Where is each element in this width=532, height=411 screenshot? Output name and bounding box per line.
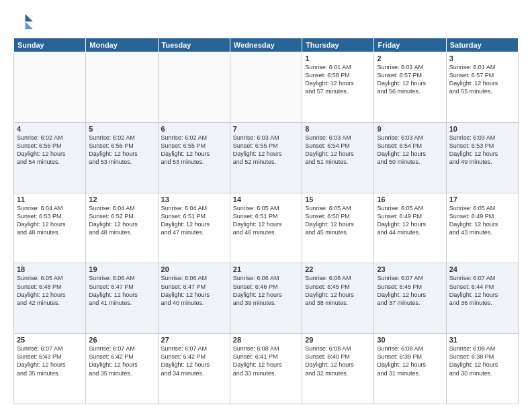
calendar-cell: 17Sunrise: 6:05 AMSunset: 6:49 PMDayligh…	[446, 193, 518, 263]
day-info: Sunrise: 6:05 AMSunset: 6:51 PMDaylight:…	[233, 204, 299, 237]
calendar-cell: 22Sunrise: 6:06 AMSunset: 6:45 PMDayligh…	[302, 263, 374, 334]
day-number: 12	[89, 195, 154, 203]
day-info: Sunrise: 6:03 AMSunset: 6:55 PMDaylight:…	[233, 134, 299, 167]
calendar-cell: 28Sunrise: 6:08 AMSunset: 6:41 PMDayligh…	[230, 334, 302, 404]
calendar-day-header: Saturday	[446, 38, 518, 52]
logo	[13, 11, 38, 32]
day-number: 18	[17, 265, 83, 273]
calendar-day-header: Monday	[86, 38, 158, 52]
calendar-week-row: 1Sunrise: 6:01 AMSunset: 6:58 PMDaylight…	[14, 52, 519, 123]
day-number: 2	[377, 54, 443, 62]
day-info: Sunrise: 6:07 AMSunset: 6:42 PMDaylight:…	[161, 345, 227, 377]
calendar-cell: 10Sunrise: 6:03 AMSunset: 6:53 PMDayligh…	[446, 122, 518, 193]
day-number: 1	[305, 54, 371, 62]
calendar-cell: 15Sunrise: 6:05 AMSunset: 6:50 PMDayligh…	[302, 193, 374, 263]
calendar-cell: 13Sunrise: 6:04 AMSunset: 6:51 PMDayligh…	[158, 193, 230, 263]
calendar-cell: 4Sunrise: 6:02 AMSunset: 6:56 PMDaylight…	[14, 122, 86, 193]
calendar-cell: 5Sunrise: 6:02 AMSunset: 6:56 PMDaylight…	[86, 122, 158, 193]
day-number: 16	[377, 195, 443, 203]
calendar-day-header: Wednesday	[230, 38, 302, 52]
calendar-week-row: 11Sunrise: 6:04 AMSunset: 6:53 PMDayligh…	[14, 193, 519, 263]
day-info: Sunrise: 6:08 AMSunset: 6:41 PMDaylight:…	[233, 345, 299, 377]
day-info: Sunrise: 6:01 AMSunset: 6:57 PMDaylight:…	[449, 63, 515, 96]
calendar-cell: 14Sunrise: 6:05 AMSunset: 6:51 PMDayligh…	[230, 193, 302, 263]
day-info: Sunrise: 6:05 AMSunset: 6:50 PMDaylight:…	[305, 204, 371, 237]
calendar-cell: 6Sunrise: 6:02 AMSunset: 6:55 PMDaylight…	[158, 122, 230, 193]
day-info: Sunrise: 6:06 AMSunset: 6:47 PMDaylight:…	[89, 274, 154, 307]
calendar-cell: 7Sunrise: 6:03 AMSunset: 6:55 PMDaylight…	[230, 122, 302, 193]
day-info: Sunrise: 6:04 AMSunset: 6:52 PMDaylight:…	[89, 204, 154, 237]
day-number: 25	[17, 336, 83, 344]
day-info: Sunrise: 6:08 AMSunset: 6:40 PMDaylight:…	[305, 345, 371, 377]
day-number: 28	[233, 336, 299, 344]
logo-icon	[13, 11, 35, 32]
calendar-cell: 11Sunrise: 6:04 AMSunset: 6:53 PMDayligh…	[14, 193, 86, 263]
page: SundayMondayTuesdayWednesdayThursdayFrid…	[0, 0, 532, 411]
day-info: Sunrise: 6:06 AMSunset: 6:46 PMDaylight:…	[233, 274, 299, 307]
day-number: 22	[305, 265, 371, 273]
day-number: 9	[377, 125, 443, 133]
day-number: 29	[305, 336, 371, 344]
day-info: Sunrise: 6:01 AMSunset: 6:57 PMDaylight:…	[377, 63, 443, 96]
calendar-cell: 24Sunrise: 6:07 AMSunset: 6:44 PMDayligh…	[446, 263, 518, 334]
calendar-cell: 30Sunrise: 6:08 AMSunset: 6:39 PMDayligh…	[374, 334, 446, 404]
day-info: Sunrise: 6:02 AMSunset: 6:56 PMDaylight:…	[17, 134, 83, 167]
calendar-cell: 31Sunrise: 6:08 AMSunset: 6:38 PMDayligh…	[446, 334, 518, 404]
calendar-cell: 29Sunrise: 6:08 AMSunset: 6:40 PMDayligh…	[302, 334, 374, 404]
day-number: 21	[233, 265, 299, 273]
day-info: Sunrise: 6:08 AMSunset: 6:39 PMDaylight:…	[377, 345, 443, 377]
svg-marker-1	[26, 21, 33, 29]
calendar-cell: 9Sunrise: 6:03 AMSunset: 6:54 PMDaylight…	[374, 122, 446, 193]
day-number: 7	[233, 125, 299, 133]
calendar-cell	[158, 52, 230, 123]
day-info: Sunrise: 6:04 AMSunset: 6:51 PMDaylight:…	[161, 204, 227, 237]
day-info: Sunrise: 6:02 AMSunset: 6:56 PMDaylight:…	[89, 134, 154, 167]
calendar-day-header: Friday	[374, 38, 446, 52]
day-number: 10	[449, 125, 515, 133]
calendar-cell: 16Sunrise: 6:05 AMSunset: 6:49 PMDayligh…	[374, 193, 446, 263]
calendar-cell: 19Sunrise: 6:06 AMSunset: 6:47 PMDayligh…	[86, 263, 158, 334]
day-number: 30	[377, 336, 443, 344]
day-number: 11	[17, 195, 83, 203]
calendar-cell: 25Sunrise: 6:07 AMSunset: 6:43 PMDayligh…	[14, 334, 86, 404]
day-number: 17	[449, 195, 515, 203]
day-info: Sunrise: 6:07 AMSunset: 6:45 PMDaylight:…	[377, 274, 443, 307]
day-number: 5	[89, 125, 154, 133]
day-number: 20	[161, 265, 227, 273]
calendar-cell: 18Sunrise: 6:05 AMSunset: 6:48 PMDayligh…	[14, 263, 86, 334]
calendar-cell: 26Sunrise: 6:07 AMSunset: 6:42 PMDayligh…	[86, 334, 158, 404]
calendar-cell	[14, 52, 86, 123]
day-info: Sunrise: 6:05 AMSunset: 6:49 PMDaylight:…	[377, 204, 443, 237]
day-info: Sunrise: 6:08 AMSunset: 6:38 PMDaylight:…	[449, 345, 515, 377]
day-number: 27	[161, 336, 227, 344]
day-info: Sunrise: 6:03 AMSunset: 6:54 PMDaylight:…	[377, 134, 443, 167]
calendar-cell: 8Sunrise: 6:03 AMSunset: 6:54 PMDaylight…	[302, 122, 374, 193]
day-info: Sunrise: 6:07 AMSunset: 6:44 PMDaylight:…	[449, 274, 515, 307]
day-number: 31	[449, 336, 515, 344]
day-info: Sunrise: 6:03 AMSunset: 6:53 PMDaylight:…	[449, 134, 515, 167]
calendar-week-row: 25Sunrise: 6:07 AMSunset: 6:43 PMDayligh…	[14, 334, 519, 404]
day-info: Sunrise: 6:03 AMSunset: 6:54 PMDaylight:…	[305, 134, 371, 167]
day-number: 8	[305, 125, 371, 133]
day-number: 23	[377, 265, 443, 273]
calendar-cell: 21Sunrise: 6:06 AMSunset: 6:46 PMDayligh…	[230, 263, 302, 334]
calendar-table: SundayMondayTuesdayWednesdayThursdayFrid…	[13, 38, 519, 404]
calendar-cell: 1Sunrise: 6:01 AMSunset: 6:58 PMDaylight…	[302, 52, 374, 123]
calendar-cell: 12Sunrise: 6:04 AMSunset: 6:52 PMDayligh…	[86, 193, 158, 263]
calendar-cell	[230, 52, 302, 123]
day-number: 15	[305, 195, 371, 203]
calendar-cell: 3Sunrise: 6:01 AMSunset: 6:57 PMDaylight…	[446, 52, 518, 123]
day-info: Sunrise: 6:06 AMSunset: 6:45 PMDaylight:…	[305, 274, 371, 307]
day-number: 26	[89, 336, 154, 344]
calendar-week-row: 18Sunrise: 6:05 AMSunset: 6:48 PMDayligh…	[14, 263, 519, 334]
calendar-week-row: 4Sunrise: 6:02 AMSunset: 6:56 PMDaylight…	[14, 122, 519, 193]
day-number: 13	[161, 195, 227, 203]
calendar-cell: 2Sunrise: 6:01 AMSunset: 6:57 PMDaylight…	[374, 52, 446, 123]
day-info: Sunrise: 6:01 AMSunset: 6:58 PMDaylight:…	[305, 63, 371, 96]
calendar-cell: 23Sunrise: 6:07 AMSunset: 6:45 PMDayligh…	[374, 263, 446, 334]
calendar-header-row: SundayMondayTuesdayWednesdayThursdayFrid…	[14, 38, 519, 52]
day-info: Sunrise: 6:07 AMSunset: 6:43 PMDaylight:…	[17, 345, 83, 377]
day-info: Sunrise: 6:05 AMSunset: 6:49 PMDaylight:…	[449, 204, 515, 237]
day-number: 3	[449, 54, 515, 62]
day-number: 19	[89, 265, 154, 273]
